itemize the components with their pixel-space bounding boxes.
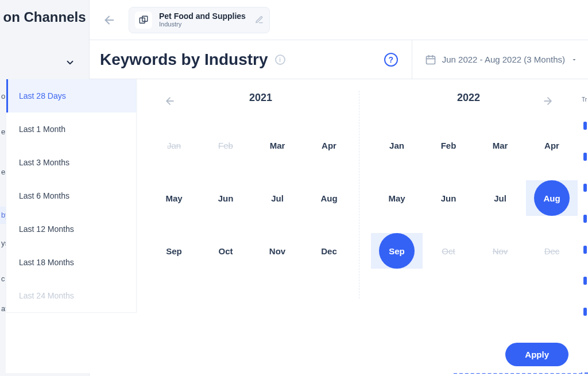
- preset-last-6-months[interactable]: Last 6 Months: [6, 179, 136, 212]
- month-cell[interactable]: Jun: [423, 180, 474, 216]
- right-marker: [583, 122, 587, 130]
- help-icon[interactable]: ?: [384, 53, 398, 67]
- industry-chip[interactable]: Pet Food and Supplies Industry: [129, 7, 270, 33]
- preset-last-28-days[interactable]: Last 28 Days: [6, 79, 136, 113]
- month-cell[interactable]: Apr: [526, 127, 578, 163]
- right-marker: [583, 184, 587, 192]
- right-marker: [583, 277, 587, 285]
- month-cell[interactable]: Aug: [303, 180, 355, 216]
- date-range-text: Jun 2022 - Aug 2022 (3 Months): [442, 55, 565, 64]
- chip-title: Pet Food and Supplies: [159, 12, 246, 21]
- right-marker: [583, 246, 587, 254]
- month-cell[interactable]: Nov: [252, 233, 303, 269]
- industry-icon: [135, 11, 152, 29]
- preset-last-3-months[interactable]: Last 3 Months: [6, 146, 136, 179]
- right-marker: [583, 215, 587, 223]
- apply-button[interactable]: Apply: [505, 343, 568, 366]
- prev-year-button[interactable]: [162, 93, 178, 109]
- month-cell[interactable]: Apr: [303, 127, 355, 163]
- month-cell[interactable]: Mar: [474, 127, 526, 163]
- month-cell[interactable]: Jul: [252, 180, 303, 216]
- chevron-down-icon[interactable]: [65, 57, 75, 68]
- right-year-label: 2022: [457, 92, 480, 104]
- svg-rect-3: [426, 56, 435, 64]
- caret-down-icon: [571, 56, 578, 63]
- month-cell[interactable]: Jan: [371, 127, 423, 163]
- month-cell: Jan: [148, 127, 200, 163]
- month-cell-selected[interactable]: Aug: [526, 180, 578, 216]
- month-cell: Feb: [200, 127, 252, 163]
- sub-header: Keywords by Industry i ? Jun 2022 - Aug …: [90, 40, 588, 79]
- page-title-text: Keywords by Industry: [100, 51, 268, 69]
- page-title: Keywords by Industry i: [100, 51, 285, 69]
- calendar-divider: [359, 91, 359, 299]
- preset-list: Last 28 Days Last 1 Month Last 3 Months …: [6, 79, 137, 313]
- left-year-label: 2021: [249, 92, 272, 104]
- right-marker: [583, 153, 587, 161]
- calendar-area: 2021 2022 Jan Feb Mar Apr May Jun Jul Au…: [137, 79, 581, 373]
- month-cell: Oct: [423, 233, 474, 269]
- right-marker: [583, 308, 587, 316]
- month-cell[interactable]: Dec: [303, 233, 355, 269]
- next-year-button[interactable]: [540, 93, 556, 109]
- month-cell[interactable]: Feb: [423, 127, 474, 163]
- date-range-trigger[interactable]: Jun 2022 - Aug 2022 (3 Months): [412, 40, 578, 79]
- gutter-title: on Channels: [0, 0, 89, 25]
- preset-last-24-months: Last 24 Months: [6, 279, 136, 312]
- preset-last-12-months[interactable]: Last 12 Months: [6, 212, 136, 246]
- month-cell[interactable]: Jun: [200, 180, 252, 216]
- month-cell[interactable]: Sep: [148, 233, 200, 269]
- left-month-grid: Jan Feb Mar Apr May Jun Jul Aug Sep Oct …: [148, 127, 355, 269]
- calendar-icon: [425, 54, 436, 65]
- month-cell[interactable]: Jul: [474, 180, 526, 216]
- chip-subtitle: Industry: [159, 21, 246, 28]
- date-picker-popover: Last 28 Days Last 1 Month Last 3 Months …: [6, 79, 581, 373]
- top-bar: Pet Food and Supplies Industry: [90, 0, 588, 40]
- month-cell: Dec: [526, 233, 578, 269]
- month-cell-selected[interactable]: Sep: [371, 233, 423, 269]
- back-button[interactable]: [100, 11, 118, 29]
- month-cell[interactable]: May: [371, 180, 423, 216]
- edit-icon[interactable]: [255, 15, 264, 24]
- preset-last-1-month[interactable]: Last 1 Month: [6, 113, 136, 146]
- month-cell[interactable]: May: [148, 180, 200, 216]
- right-edge-label: Tr: [582, 96, 587, 103]
- right-month-grid: Jan Feb Mar Apr May Jun Jul Aug Sep Oct …: [371, 127, 578, 269]
- month-cell: Nov: [474, 233, 526, 269]
- month-cell[interactable]: Mar: [252, 127, 303, 163]
- preset-last-18-months[interactable]: Last 18 Months: [6, 246, 136, 279]
- month-cell[interactable]: Oct: [200, 233, 252, 269]
- info-icon[interactable]: i: [275, 55, 285, 65]
